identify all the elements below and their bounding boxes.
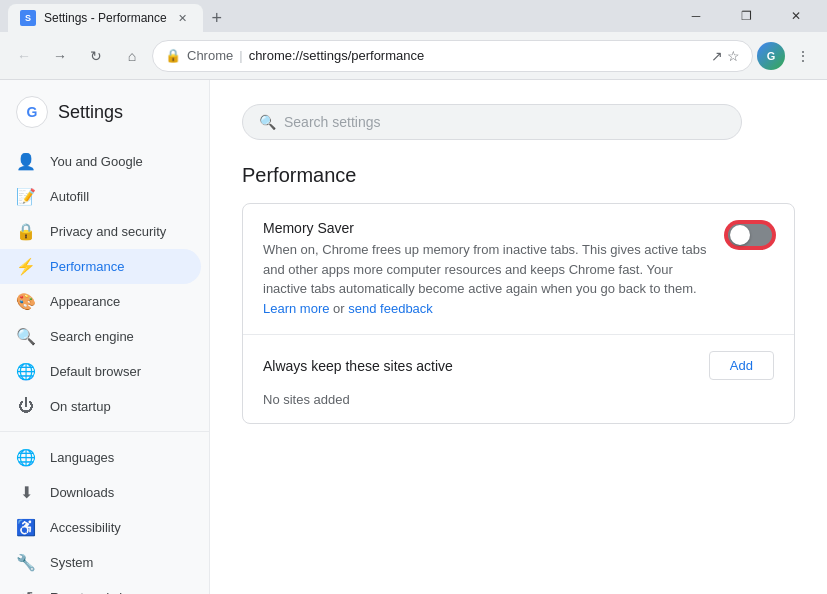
performance-icon: ⚡ [16, 257, 36, 276]
navigation-bar: ← → ↻ ⌂ 🔒 Chrome | chrome://settings/per… [0, 32, 827, 80]
learn-more-link[interactable]: Learn more [263, 301, 329, 316]
menu-button[interactable]: ⋮ [787, 40, 819, 72]
sidebar-item-you-and-google[interactable]: 👤 You and Google [0, 144, 201, 179]
search-bar[interactable]: 🔍 [242, 104, 742, 140]
sidebar-item-search-engine[interactable]: 🔍 Search engine [0, 319, 201, 354]
reset-icon: ↺ [16, 588, 36, 594]
sidebar-label-reset: Reset and clean up [50, 590, 162, 594]
sidebar-label-accessibility: Accessibility [50, 520, 121, 535]
sidebar-label-search-engine: Search engine [50, 329, 134, 344]
title-bar: S Settings - Performance ✕ + ─ ❐ ✕ [0, 0, 827, 32]
sidebar-item-downloads[interactable]: ⬇ Downloads [0, 475, 201, 510]
restore-button[interactable]: ❐ [723, 0, 769, 32]
sidebar-item-appearance[interactable]: 🎨 Appearance [0, 284, 201, 319]
startup-icon: ⏻ [16, 397, 36, 415]
sidebar-label-autofill: Autofill [50, 189, 89, 204]
settings-title: Settings [58, 102, 123, 123]
new-tab-button[interactable]: + [203, 4, 231, 32]
sidebar-item-reset-and-clean-up[interactable]: ↺ Reset and clean up [0, 580, 201, 594]
bookmark-icon[interactable]: ☆ [727, 48, 740, 64]
memory-saver-description: When on, Chrome frees up memory from ina… [263, 240, 710, 318]
always-active-sites-section: Always keep these sites active Add No si… [243, 335, 794, 423]
address-separator: | [239, 48, 242, 63]
search-icon: 🔍 [259, 114, 276, 130]
sidebar-label-privacy: Privacy and security [50, 224, 166, 239]
active-tab[interactable]: S Settings - Performance ✕ [8, 4, 203, 32]
minimize-button[interactable]: ─ [673, 0, 719, 32]
back-button[interactable]: ← [8, 40, 40, 72]
sidebar-label-system: System [50, 555, 93, 570]
memory-saver-section: Memory Saver When on, Chrome frees up me… [243, 204, 794, 335]
home-button[interactable]: ⌂ [116, 40, 148, 72]
accessibility-icon: ♿ [16, 518, 36, 537]
forward-button[interactable]: → [44, 40, 76, 72]
sidebar-item-on-startup[interactable]: ⏻ On startup [0, 389, 201, 423]
address-icons: ↗ ☆ [711, 48, 740, 64]
tab-title: Settings - Performance [44, 11, 167, 25]
sidebar-label-you-and-google: You and Google [50, 154, 143, 169]
languages-icon: 🌐 [16, 448, 36, 467]
navbar-right-controls: G ⋮ [757, 40, 819, 72]
settings-header: G Settings [0, 88, 209, 144]
memory-saver-toggle[interactable] [726, 222, 774, 248]
sidebar-item-system[interactable]: 🔧 System [0, 545, 201, 580]
address-bar[interactable]: 🔒 Chrome | chrome://settings/performance… [152, 40, 753, 72]
sidebar: G Settings 👤 You and Google 📝 Autofill 🔒… [0, 80, 210, 594]
or-text: or [333, 301, 348, 316]
memory-saver-toggle-wrapper [726, 222, 774, 248]
sidebar-item-accessibility[interactable]: ♿ Accessibility [0, 510, 201, 545]
profile-avatar[interactable]: G [757, 42, 785, 70]
memory-saver-row: Memory Saver When on, Chrome frees up me… [263, 220, 774, 318]
sidebar-item-privacy-and-security[interactable]: 🔒 Privacy and security [0, 214, 201, 249]
downloads-icon: ⬇ [16, 483, 36, 502]
sidebar-label-languages: Languages [50, 450, 114, 465]
always-active-sites-row: Always keep these sites active Add [263, 351, 774, 380]
person-icon: 👤 [16, 152, 36, 171]
always-active-sites-label: Always keep these sites active [263, 358, 453, 374]
sidebar-label-on-startup: On startup [50, 399, 111, 414]
sidebar-label-performance: Performance [50, 259, 124, 274]
lock-icon: 🔒 [16, 222, 36, 241]
main-layout: G Settings 👤 You and Google 📝 Autofill 🔒… [0, 80, 827, 594]
sidebar-label-default-browser: Default browser [50, 364, 141, 379]
sidebar-item-performance[interactable]: ⚡ Performance [0, 249, 201, 284]
sidebar-label-downloads: Downloads [50, 485, 114, 500]
window-controls: ─ ❐ ✕ [673, 0, 819, 32]
tab-list: S Settings - Performance ✕ + [8, 0, 669, 32]
sidebar-item-languages[interactable]: 🌐 Languages [0, 440, 201, 475]
search-input[interactable] [284, 114, 725, 130]
share-icon[interactable]: ↗ [711, 48, 723, 64]
sidebar-item-default-browser[interactable]: 🌐 Default browser [0, 354, 201, 389]
tab-favicon: S [20, 10, 36, 26]
autofill-icon: 📝 [16, 187, 36, 206]
memory-saver-content: Memory Saver When on, Chrome frees up me… [263, 220, 710, 318]
performance-settings-card: Memory Saver When on, Chrome frees up me… [242, 203, 795, 424]
appearance-icon: 🎨 [16, 292, 36, 311]
search-engine-icon: 🔍 [16, 327, 36, 346]
toggle-thumb [730, 225, 750, 245]
section-title: Performance [242, 164, 795, 187]
send-feedback-link[interactable]: send feedback [348, 301, 433, 316]
add-site-button[interactable]: Add [709, 351, 774, 380]
system-icon: 🔧 [16, 553, 36, 572]
sidebar-divider [0, 431, 209, 432]
memory-saver-title: Memory Saver [263, 220, 710, 236]
tab-close-button[interactable]: ✕ [175, 10, 191, 26]
lock-icon: 🔒 [165, 48, 181, 63]
address-url: chrome://settings/performance [249, 48, 705, 63]
content-area: 🔍 Performance Memory Saver When on, Chro… [210, 80, 827, 594]
no-sites-label: No sites added [263, 392, 774, 407]
reload-button[interactable]: ↻ [80, 40, 112, 72]
sidebar-item-autofill[interactable]: 📝 Autofill [0, 179, 201, 214]
browser-icon: 🌐 [16, 362, 36, 381]
close-button[interactable]: ✕ [773, 0, 819, 32]
google-logo: G [16, 96, 48, 128]
sidebar-label-appearance: Appearance [50, 294, 120, 309]
address-chrome-label: Chrome [187, 48, 233, 63]
